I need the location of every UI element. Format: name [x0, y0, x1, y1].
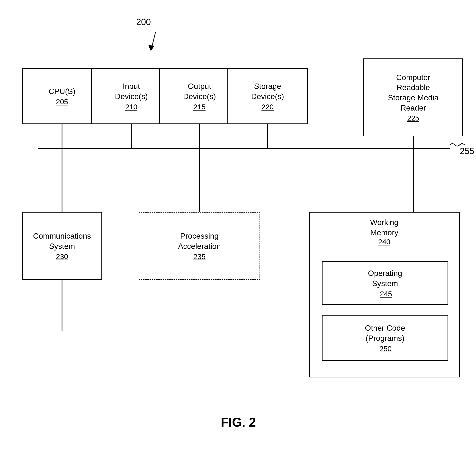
- working-memory-number: 240: [378, 238, 390, 246]
- other-code-number: 250: [379, 345, 392, 353]
- input-label: InputDevice(s): [115, 81, 148, 102]
- other-code-label: Other Code(Programs): [365, 323, 405, 343]
- reader-number: 225: [407, 114, 419, 122]
- cpu-label: CPU(S): [49, 86, 75, 97]
- output-number: 215: [193, 103, 206, 111]
- comm-number: 230: [56, 253, 68, 261]
- os-number: 245: [380, 290, 392, 298]
- box-os: OperatingSystem 245: [322, 261, 448, 305]
- box-comm: CommunicationsSystem 230: [22, 212, 102, 280]
- os-label: OperatingSystem: [368, 268, 402, 289]
- box-cpu: CPU(S) 205: [22, 68, 102, 124]
- box-working-memory: WorkingMemory 240 OperatingSystem 245 Ot…: [309, 212, 460, 377]
- working-memory-label: WorkingMemory: [370, 218, 399, 237]
- output-label: OutputDevice(s): [183, 81, 216, 102]
- box-processing: ProcessingAcceleration 235: [139, 212, 260, 280]
- processing-label: ProcessingAcceleration: [178, 231, 221, 251]
- processing-number: 235: [193, 253, 206, 261]
- cpu-number: 205: [56, 98, 68, 106]
- diagram-number: 200: [136, 17, 151, 27]
- fig-label: FIG. 2: [190, 415, 287, 430]
- box-storage: StorageDevice(s) 220: [227, 68, 308, 124]
- box-other-code: Other Code(Programs) 250: [322, 315, 448, 361]
- diagram-container: 200 CPU(S) 205 InputDevice(s) 210 Output…: [0, 0, 476, 449]
- comm-label: CommunicationsSystem: [33, 231, 91, 251]
- svg-marker-1: [148, 45, 154, 51]
- storage-label: StorageDevice(s): [251, 81, 284, 102]
- reader-label: ComputerReadableStorage MediaReader: [388, 73, 439, 113]
- input-number: 210: [125, 103, 137, 111]
- storage-number: 220: [261, 103, 274, 111]
- bus-number-label: 255: [460, 146, 474, 156]
- box-reader: ComputerReadableStorage MediaReader 225: [363, 58, 463, 136]
